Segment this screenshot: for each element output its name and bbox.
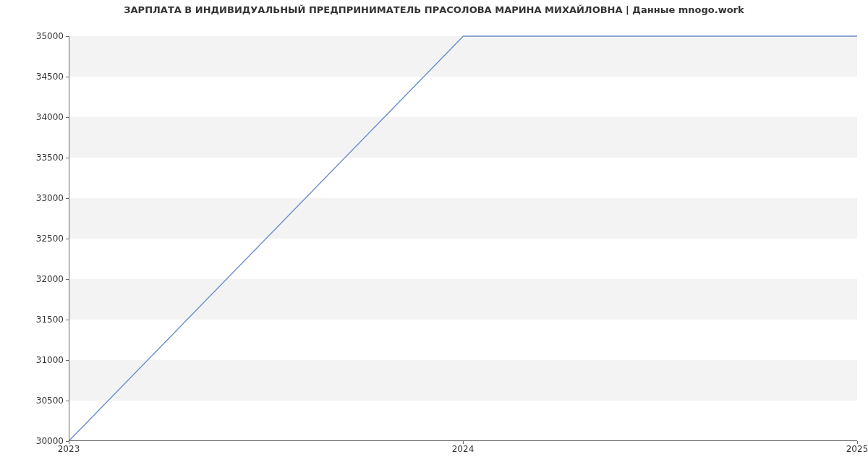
x-tick-mark	[69, 441, 69, 444]
y-tick-label: 32500	[20, 234, 64, 244]
y-tick-label: 33000	[20, 193, 64, 203]
y-tick-label: 32000	[20, 274, 64, 284]
y-tick-mark	[66, 239, 69, 239]
y-tick-mark	[66, 401, 69, 401]
x-tick-mark	[463, 441, 464, 444]
x-tick-label: 2025	[846, 444, 868, 454]
y-tick-label: 31000	[20, 355, 64, 365]
line-svg	[69, 36, 857, 440]
x-tick-label: 2023	[58, 444, 80, 454]
chart-title: ЗАРПЛАТА В ИНДИВИДУАЛЬНЫЙ ПРЕДПРИНИМАТЕЛ…	[0, 4, 868, 15]
y-tick-label: 31500	[20, 315, 64, 325]
y-tick-mark	[66, 360, 69, 361]
plot-area	[69, 36, 857, 441]
y-tick-label: 34000	[20, 112, 64, 122]
x-tick-mark	[857, 441, 858, 444]
y-tick-mark	[66, 198, 69, 199]
y-tick-label: 33500	[20, 153, 64, 163]
y-tick-label: 34500	[20, 72, 64, 82]
y-tick-mark	[66, 117, 69, 118]
y-tick-mark	[66, 36, 69, 37]
y-tick-mark	[66, 279, 69, 280]
y-tick-label: 35000	[20, 31, 64, 41]
y-tick-label: 30500	[20, 396, 64, 406]
y-tick-mark	[66, 77, 69, 77]
x-tick-label: 2024	[452, 444, 475, 454]
series-line	[69, 36, 857, 440]
y-tick-mark	[66, 320, 69, 320]
y-tick-mark	[66, 158, 69, 158]
